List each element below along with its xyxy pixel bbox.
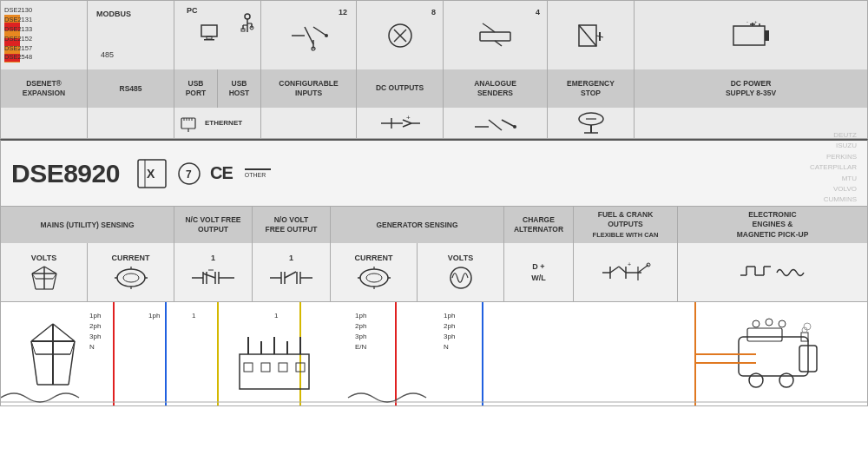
dsenet-title: DSENET®EXPANSION <box>23 79 65 98</box>
svg-line-80 <box>203 274 215 278</box>
svg-point-92 <box>360 269 388 287</box>
emergency-title: EMERGENCYSTOP <box>567 79 615 98</box>
top-labels-row: DSENET®EXPANSION RS485 USBPORT USBHOST C… <box>0 69 868 108</box>
category-7-icon: 7 <box>177 161 201 186</box>
dc-number: 8 <box>431 8 436 16</box>
svg-text:1ph: 1ph <box>355 312 366 320</box>
brand-caterpillar: CATERPILLAR <box>810 162 857 173</box>
svg-line-23 <box>483 23 488 27</box>
svg-text:1: 1 <box>274 312 279 320</box>
generator-sensing-label: GENERATOR SENSING <box>331 207 504 243</box>
electronic-engines-cell <box>678 243 867 301</box>
nc-output-cell: 1 <box>174 243 253 301</box>
svg-text:3ph: 3ph <box>89 333 101 340</box>
dc-eth-cell: + <box>357 108 444 138</box>
charge-alt-label: CHARGEALTERNATOR <box>504 207 574 243</box>
config-number: 12 <box>339 8 347 16</box>
svg-line-65 <box>44 267 56 274</box>
gen-volts-label: VOLTS <box>448 254 473 262</box>
usb-host-title: USBHOST <box>229 79 250 98</box>
rs485-eth-cell <box>88 108 174 138</box>
dc-power-icon: + - <box>730 19 772 52</box>
svg-line-21 <box>488 27 495 32</box>
svg-text:E/N: E/N <box>355 343 367 351</box>
usb-port-title: USBPORT <box>186 79 207 98</box>
mains-sensing-label: MAINS (UTILITY) SENSING <box>1 207 174 243</box>
no-count-label: 1 <box>289 254 293 262</box>
svg-point-98 <box>450 267 471 288</box>
svg-point-51 <box>513 125 516 129</box>
ce-mark: CE <box>210 163 233 183</box>
dse8920-section: DSE8920 X 7 CE OTHER DEUTZ <box>0 139 868 207</box>
rs485-top-col: MODBUS 485 <box>88 1 174 69</box>
dcpower-label-cell: DC POWERSUPPLY 8-35V <box>635 69 867 108</box>
svg-point-93 <box>366 274 382 282</box>
svg-line-102 <box>619 267 626 273</box>
svg-line-13 <box>313 27 326 36</box>
svg-text:3ph: 3ph <box>355 333 366 340</box>
svg-text:1ph: 1ph <box>444 312 455 320</box>
svg-line-64 <box>32 267 44 274</box>
mains-current-label: CURRENT <box>112 254 150 262</box>
svg-rect-0 <box>201 25 217 36</box>
svg-rect-1 <box>207 36 212 39</box>
brand-volvo: VOLVO <box>810 184 857 194</box>
fuel-crank-label: FUEL & CRANKOUTPUTSFLEXIBLE WITH CAN <box>574 207 678 243</box>
svg-rect-35 <box>181 118 195 129</box>
bottom-wiring-section: 1ph 2ph 3ph N 1ph 1 1 1ph 2ph 3ph E/N 1p… <box>0 302 868 406</box>
svg-text:+: + <box>754 19 758 24</box>
analogue-title: ANALOGUESENDERS <box>474 79 516 98</box>
dc-outputs-title: DC OUTPUTS <box>376 83 424 93</box>
no-volt-label: N/O VOLTFREE OUTPUT <box>253 207 331 243</box>
configurable-title: CONFIGURABLEINPUTS <box>279 79 338 98</box>
sensing-labels-row: MAINS (UTILITY) SENSING N/C VOLT FREEOUT… <box>0 207 868 243</box>
svg-text:X: X <box>147 167 155 181</box>
sensing-icons-row: VOLTS CURRENT <box>0 243 868 302</box>
mains-current-icon <box>114 265 148 291</box>
dsenet-label-cell: DSENET®EXPANSION <box>1 69 88 108</box>
usb-port-label-cell: USBPORT <box>174 69 218 108</box>
gen-current-label: CURRENT <box>355 254 393 262</box>
analogue-symbol <box>471 111 519 135</box>
svg-rect-9 <box>241 29 245 31</box>
brand-deutz: DEUTZ <box>810 130 857 141</box>
analogue-icon <box>476 18 515 53</box>
dsenet-eth-cell <box>1 108 88 138</box>
analogue-label-cell: ANALOGUESENDERS <box>444 69 548 108</box>
dc-outputs-top-col: 8 <box>357 1 444 69</box>
rs485-label-cell: RS485 <box>88 69 174 108</box>
dse-model-name: DSE8920 <box>11 159 120 188</box>
pc-icon <box>198 22 222 46</box>
svg-text:1ph: 1ph <box>148 312 160 320</box>
nc-output-icon <box>189 265 237 291</box>
emergency-symbol <box>575 110 607 136</box>
pc-label: PC <box>187 6 198 15</box>
svg-text:1ph: 1ph <box>89 312 101 320</box>
dc-outputs-icon <box>386 22 414 49</box>
emergency-stop-icon <box>575 18 607 53</box>
svg-line-49 <box>489 120 502 130</box>
brand-mtu: MTU <box>810 174 857 184</box>
svg-text:3ph: 3ph <box>444 333 455 340</box>
svg-text:1: 1 <box>192 312 196 320</box>
svg-point-72 <box>123 274 139 282</box>
dse-certification-icons: X 7 CE OTHER <box>135 157 271 190</box>
weee-icon: X <box>135 157 168 190</box>
gen-current-cell: CURRENT <box>331 243 418 301</box>
configurable-top-col: 12 <box>261 1 357 69</box>
rs485-number: 485 <box>101 50 114 59</box>
usb-host-label-cell: USBHOST <box>218 69 261 108</box>
main-container: DSE2130 DSE2131 DSE2133 DSE2152 DSE2157 … <box>0 0 868 468</box>
svg-line-45 <box>403 123 411 127</box>
rs485-title: RS485 <box>120 84 142 93</box>
svg-text:+: + <box>628 261 631 267</box>
mains-current-cell: CURRENT <box>88 243 174 301</box>
brand-list: DEUTZ ISUZU PERKINS CATERPILLAR MTU VOLV… <box>810 130 857 216</box>
svg-line-25 <box>579 25 596 46</box>
svg-text:N: N <box>89 343 95 351</box>
dcpower-top-col: + - <box>635 1 867 69</box>
fuel-crank-cell: + <box>574 243 678 301</box>
fuel-crank-icon: + <box>600 258 652 287</box>
nc-count-label: 1 <box>211 254 215 262</box>
svg-line-12 <box>305 27 313 44</box>
